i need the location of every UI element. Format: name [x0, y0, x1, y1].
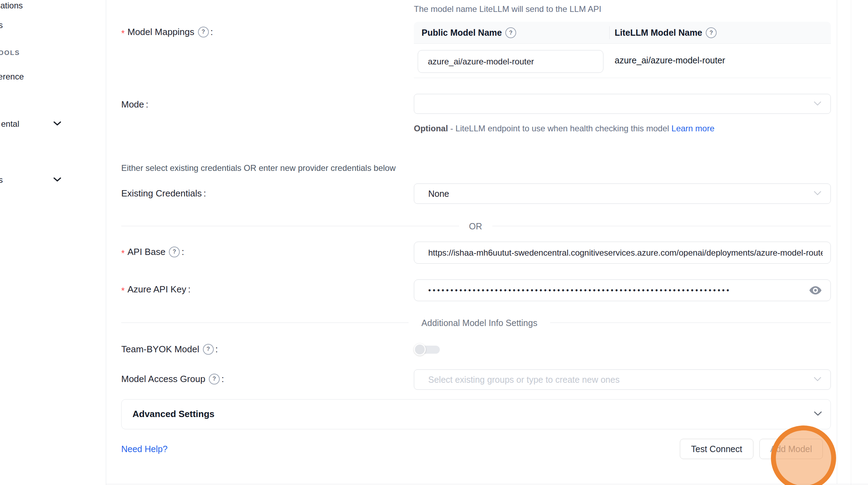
team-byok-label: Team-BYOK Model ? : [121, 342, 218, 356]
masked-api-key: ••••••••••••••••••••••••••••••••••••••••… [428, 286, 731, 295]
divider-line [550, 323, 831, 323]
advanced-settings-title: Advanced Settings [132, 409, 214, 420]
add-model-page: ations s TOOLS erence ental s The model … [0, 0, 868, 485]
scroll-track-border [851, 0, 851, 485]
model-access-group-select[interactable]: Select existing groups or type to create… [414, 369, 831, 390]
optional-bold: Optional [414, 124, 448, 133]
chevron-down-icon [814, 190, 821, 197]
azure-api-key-field[interactable]: ••••••••••••••••••••••••••••••••••••••••… [414, 279, 831, 301]
advanced-settings-panel[interactable]: Advanced Settings [121, 399, 831, 429]
card-right-border [837, 0, 837, 484]
mode-help-text: Optional - LiteLLM endpoint to use when … [414, 122, 729, 136]
eye-icon[interactable] [809, 285, 822, 296]
required-mark: * [121, 286, 125, 296]
help-icon[interactable]: ? [505, 27, 516, 38]
sidebar-item-organizations[interactable]: ations [0, 1, 23, 11]
test-connect-button[interactable]: Test Connect [680, 439, 753, 459]
add-model-button[interactable]: Add Model [759, 439, 823, 459]
sidebar-item-inference[interactable]: erence [0, 72, 24, 82]
chevron-down-icon [814, 376, 821, 383]
chevron-down-icon[interactable] [53, 121, 61, 127]
card-bottom-border [106, 484, 868, 484]
model-access-group-label: Model Access Group ? : [121, 372, 224, 386]
chevron-down-icon[interactable] [53, 177, 61, 183]
toggle-knob [414, 344, 426, 355]
info-divider-text: Additional Model Info Settings [422, 318, 538, 328]
existing-credentials-label: Existing Credentials : [121, 187, 206, 200]
public-model-name-field[interactable] [418, 50, 603, 73]
or-divider-text: OR [469, 221, 482, 231]
mode-select[interactable] [414, 94, 831, 114]
model-access-group-placeholder: Select existing groups or type to create… [428, 375, 620, 385]
divider-line [492, 226, 831, 226]
help-icon[interactable]: ? [169, 247, 180, 257]
azure-api-key-label: * Azure API Key : [121, 283, 191, 296]
sidebar-item-settings[interactable]: s [0, 175, 3, 185]
help-icon[interactable]: ? [209, 374, 220, 384]
public-model-name-input[interactable] [428, 57, 593, 67]
model-name-help-text: The model name LiteLLM will send to the … [414, 4, 601, 14]
divider-line [121, 226, 459, 226]
mode-label: Mode : [121, 98, 148, 111]
api-base-field[interactable] [414, 242, 831, 264]
column-header-public-model-name: Public Model Name ? [422, 22, 516, 44]
required-mark: * [121, 28, 125, 39]
sidebar-item-experimental[interactable]: ental [1, 119, 19, 129]
team-byok-toggle[interactable] [414, 343, 442, 356]
need-help-link[interactable]: Need Help? [121, 444, 168, 454]
api-base-input[interactable] [428, 248, 823, 258]
litellm-model-name-value: azure_ai/azure-model-router [615, 55, 725, 65]
table-bottom-border [414, 78, 831, 78]
learn-more-link[interactable]: Learn more [671, 124, 715, 133]
help-icon[interactable]: ? [198, 27, 209, 37]
model-mappings-label: * Model Mappings ? : [121, 25, 213, 39]
required-mark: * [121, 248, 125, 258]
sidebar: ations s TOOLS erence ental s [0, 0, 106, 485]
help-icon[interactable]: ? [203, 344, 214, 355]
model-mappings-table: Public Model Name ? LiteLLM Model Name ?… [414, 22, 831, 78]
sidebar-item-1[interactable]: s [0, 20, 3, 30]
existing-credentials-select[interactable]: None [414, 183, 831, 204]
divider-line [121, 323, 409, 323]
column-header-litellm-model-name: LiteLLM Model Name ? [615, 22, 717, 44]
chevron-down-icon[interactable] [814, 411, 822, 417]
chevron-down-icon [814, 101, 821, 107]
credentials-note: Either select existing credentials OR en… [121, 163, 396, 173]
existing-credentials-value: None [428, 189, 449, 199]
column-divider [609, 26, 610, 39]
sidebar-section-tools: TOOLS [0, 49, 20, 57]
api-base-label: * API Base ? : [121, 245, 184, 258]
help-icon[interactable]: ? [706, 27, 717, 38]
